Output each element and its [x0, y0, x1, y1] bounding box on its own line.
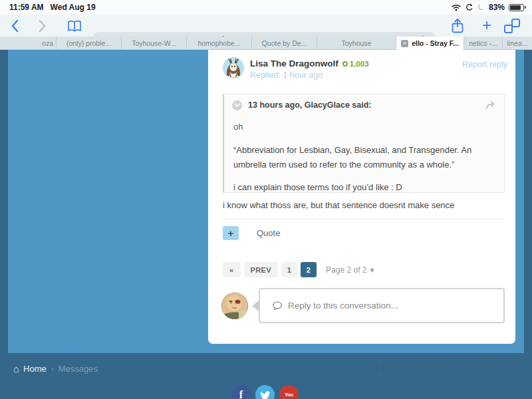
pagination: « PREV 1 2 Page 2 of 2 ▾ [223, 262, 374, 277]
caret-down-icon: ▾ [370, 265, 374, 275]
tab-netics[interactable]: netics -... [464, 37, 503, 50]
unread-content-icon [369, 364, 378, 372]
forum-post-panel: Lisa The Dragonwolf 1,003 Replied: 1 hou… [208, 50, 515, 344]
quote-line-1: oh [233, 120, 495, 134]
social-links: f You [231, 385, 299, 399]
page-2-button-current[interactable]: 2 [301, 262, 317, 277]
breadcrumb-home-link[interactable]: ⌂ Home [13, 363, 47, 374]
page-1-button[interactable]: 1 [281, 262, 297, 277]
do-not-disturb-icon: ☾ [476, 1, 487, 13]
facebook-icon[interactable]: f [231, 385, 251, 399]
reply-input[interactable]: Reply to this conversation... [259, 288, 505, 323]
multiquote-button[interactable]: + [223, 226, 239, 240]
tab-active-ello-strayfawn[interactable]: × ello - Stray F... [396, 37, 464, 50]
breadcrumb: ⌂ Home › Messages [13, 363, 98, 374]
youtube-icon[interactable]: You [279, 385, 299, 399]
tab-quote-by-de[interactable]: Quote by De... [252, 37, 317, 50]
avatar-current-user [221, 293, 248, 319]
quote-attribution: 13 hours ago, GlacyGlace said: [248, 100, 372, 110]
page-jump-dropdown[interactable]: Page 2 of 2 ▾ [326, 265, 374, 275]
tab-only-proble[interactable]: (only) proble... [57, 37, 122, 50]
new-tab-button[interactable]: + [477, 16, 496, 35]
reply-bubble-tail [252, 301, 259, 311]
forward-button[interactable] [35, 18, 51, 34]
post-author-link[interactable]: Lisa The Dragonwolf [250, 59, 338, 68]
status-bar: 11:59 AM Wed Aug 19 ☾ 83% [0, 0, 532, 15]
reputation-badge: 1,003 [342, 60, 369, 68]
orientation-lock-icon [466, 3, 473, 11]
first-page-button[interactable]: « [223, 262, 241, 277]
check-icon: ✔ [457, 363, 464, 372]
tab-bar: oza (only) proble... Toyhouse-W... homop… [0, 37, 532, 50]
tab-homophobe[interactable]: homophobe... [187, 37, 252, 50]
tab-linea[interactable]: linea... [503, 37, 532, 50]
unread-content-link[interactable]: Unread Content [369, 363, 440, 372]
clock: 11:59 AM [9, 3, 44, 12]
post-divider [223, 219, 505, 219]
battery-percent: 83% [489, 3, 505, 12]
tab-toyhouse-w[interactable]: Toyhouse-W... [122, 37, 187, 50]
browser-toolbar: AA strayfawnstudio.com ↻ + [0, 15, 532, 37]
post-timestamp: Replied: 1 hour ago [250, 70, 323, 80]
battery-icon [509, 4, 524, 11]
share-button[interactable] [450, 18, 466, 34]
mark-site-read-link[interactable]: ✔ Mark site read [457, 363, 520, 372]
back-button[interactable] [7, 18, 23, 34]
reputation-icon [342, 61, 348, 66]
tab-oza[interactable]: oza [0, 37, 57, 50]
reply-placeholder: Reply to this conversation... [288, 301, 398, 311]
quote-button[interactable]: Quote [257, 228, 280, 238]
quote-line-2: “Abbreviation for Lesbian, Gay, Bisexual… [233, 143, 495, 172]
breadcrumb-separator: › [51, 364, 54, 374]
date: Wed Aug 19 [51, 3, 96, 12]
twitter-icon[interactable] [255, 385, 275, 399]
post-body-text: i know what thoss are, but that sentence… [223, 200, 454, 210]
home-icon: ⌂ [13, 363, 19, 374]
breadcrumb-messages-link[interactable]: Messages [59, 364, 98, 374]
prev-page-button[interactable]: PREV [244, 262, 279, 277]
avatar-lisa-the-dragonwolf[interactable] [223, 57, 244, 78]
quote-collapse-button[interactable] [232, 100, 242, 110]
reputation-count: 1,003 [350, 60, 369, 68]
quote-body: oh “Abbreviation for Lesbian, Gay, Bisex… [224, 116, 504, 195]
quote-line-3: i can explain those terms too if you’d l… [233, 180, 495, 195]
wifi-icon [451, 3, 462, 11]
bookmarks-icon[interactable] [65, 18, 84, 34]
tab-close-icon[interactable]: × [401, 40, 408, 47]
report-reply-link[interactable]: Report reply [462, 60, 507, 69]
speech-bubble-icon [272, 301, 283, 311]
footer-actions: Unread Content ✔ Mark site read [369, 363, 520, 372]
quote-header: 13 hours ago, GlacyGlace said: [224, 94, 504, 116]
quoted-message-block: 13 hours ago, GlacyGlace said: oh “Abbre… [223, 94, 505, 193]
tab-overview-button[interactable] [504, 19, 520, 33]
tab-toyhouse[interactable]: Toyhouse [317, 37, 396, 50]
goto-quoted-post-icon[interactable] [485, 101, 496, 110]
